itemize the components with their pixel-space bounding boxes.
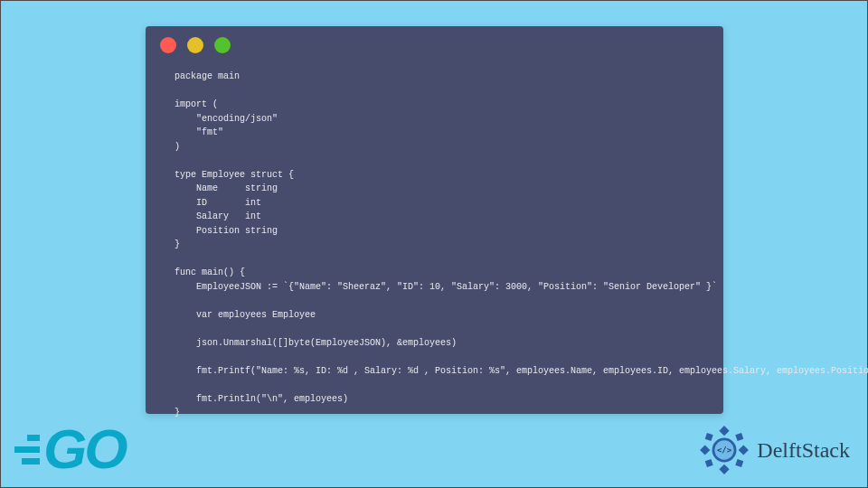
svg-marker-1: [720, 465, 730, 474]
delftstack-label: DelftStack: [757, 438, 850, 463]
go-speed-lines-icon: [7, 435, 40, 465]
svg-marker-7: [736, 459, 744, 467]
svg-marker-3: [739, 445, 749, 455]
minimize-icon: [187, 37, 203, 53]
delftstack-badge-icon: </>: [699, 425, 750, 475]
svg-marker-6: [705, 459, 713, 467]
code-window: package main import ( "encoding/json" "f…: [146, 26, 723, 414]
maximize-icon: [214, 37, 231, 53]
close-icon: [160, 37, 176, 53]
svg-marker-4: [705, 433, 713, 441]
code-content: package main import ( "encoding/json" "f…: [146, 64, 723, 435]
window-titlebar: [146, 26, 723, 64]
go-logo: GO: [7, 421, 125, 477]
go-logo-text: GO: [43, 421, 125, 477]
svg-text:</>: </>: [717, 446, 731, 455]
svg-marker-5: [736, 433, 744, 441]
svg-marker-2: [700, 445, 710, 455]
svg-marker-0: [720, 426, 730, 436]
delftstack-brand: </> DelftStack: [699, 425, 850, 475]
